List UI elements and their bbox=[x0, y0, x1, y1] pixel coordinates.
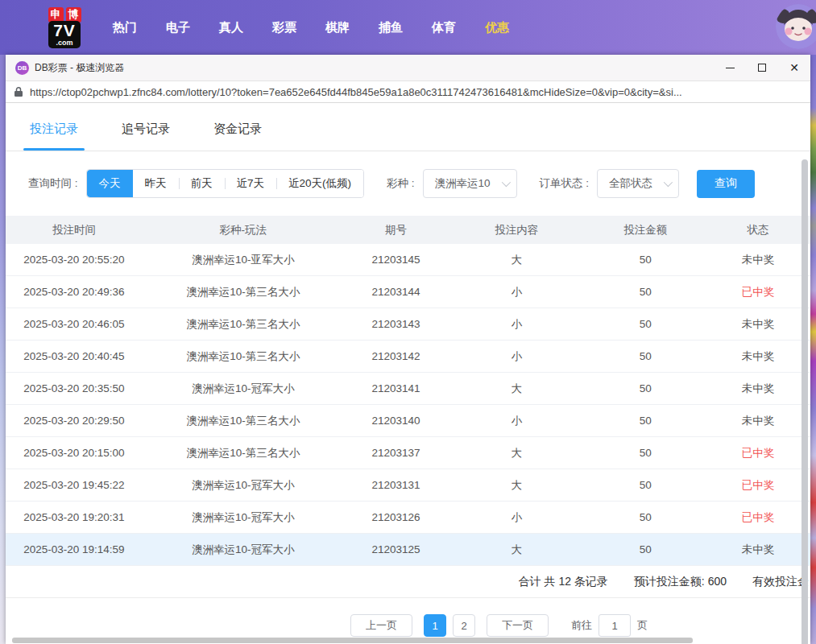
nav-item-4[interactable]: 彩票 bbox=[272, 20, 296, 35]
minimize-icon bbox=[726, 68, 735, 68]
table-cell: 50 bbox=[585, 318, 706, 330]
table-cell: 澳洲幸运10-第三名大小 bbox=[143, 446, 344, 460]
horizontal-scrollbar[interactable] bbox=[12, 638, 693, 643]
time-option-5[interactable]: 近20天(低频) bbox=[276, 170, 363, 197]
url-text[interactable]: https://ctop02pchwp1.zfnc84.com/lottery/… bbox=[30, 86, 682, 98]
table-row[interactable]: 2025-03-20 19:20:31澳洲幸运10-冠军大小21203126小5… bbox=[6, 502, 810, 534]
table-row[interactable]: 2025-03-20 19:14:59澳洲幸运10-冠军大小21203125大5… bbox=[6, 534, 810, 566]
page-button-2[interactable]: 2 bbox=[453, 614, 475, 637]
status-select-value: 全部状态 bbox=[609, 176, 652, 191]
nav-item-3[interactable]: 真人 bbox=[219, 20, 243, 35]
table-cell: 大 bbox=[448, 543, 585, 557]
table-cell: 2025-03-20 19:45:22 bbox=[6, 479, 143, 491]
table-cell: 小 bbox=[448, 414, 585, 428]
lottery-select-value: 澳洲幸运10 bbox=[435, 176, 491, 191]
table-row[interactable]: 2025-03-20 20:55:20澳洲幸运10-亚军大小21203145大5… bbox=[6, 244, 810, 276]
time-option-2[interactable]: 昨天 bbox=[133, 170, 179, 197]
minimize-button[interactable] bbox=[714, 55, 746, 80]
table-cell: 50 bbox=[585, 254, 706, 266]
chevron-down-icon bbox=[664, 178, 673, 187]
status-select[interactable]: 全部状态 bbox=[597, 169, 679, 198]
tab-1[interactable]: 投注记录 bbox=[28, 122, 80, 151]
query-button[interactable]: 查询 bbox=[697, 170, 755, 198]
table-cell: 21203145 bbox=[344, 254, 449, 266]
page-button-1[interactable]: 1 bbox=[424, 614, 446, 637]
table-cell: 21203143 bbox=[344, 318, 449, 330]
table-cell: 澳洲幸运10-第三名大小 bbox=[143, 317, 344, 332]
logo-main-text: 7V bbox=[53, 22, 76, 39]
time-option-3[interactable]: 前天 bbox=[179, 170, 225, 197]
summary-bar: 合计 共 12 条记录 预计投注金额: 600 有效投注金 bbox=[6, 566, 810, 598]
valid-amount-text: 有效投注金 bbox=[752, 575, 809, 589]
status-filter-label: 订单状态 : bbox=[540, 176, 590, 191]
logo-sub-text: .com bbox=[53, 39, 76, 47]
maximize-button[interactable] bbox=[746, 55, 778, 80]
table-cell: 21203137 bbox=[344, 447, 449, 459]
close-button[interactable]: ✕ bbox=[778, 55, 810, 80]
table-row[interactable]: 2025-03-20 20:35:50澳洲幸运10-冠军大小21203141大5… bbox=[6, 373, 810, 405]
expected-amount-text: 预计投注金额: 600 bbox=[634, 575, 727, 589]
prev-page-button[interactable]: 上一页 bbox=[350, 614, 412, 637]
time-filter-label: 查询时间 : bbox=[28, 176, 78, 191]
table-cell: 21203126 bbox=[344, 511, 449, 523]
table-cell: 澳洲幸运10-冠军大小 bbox=[143, 543, 344, 557]
table-cell: 大 bbox=[448, 382, 585, 396]
column-header: 期号 bbox=[344, 223, 449, 237]
table-cell: 小 bbox=[448, 317, 585, 332]
address-bar[interactable]: https://ctop02pchwp1.zfnc84.com/lottery/… bbox=[6, 80, 810, 103]
site-nav: 热门电子真人彩票棋牌捕鱼体育优惠 bbox=[113, 20, 509, 35]
table-cell: 澳洲幸运10-第三名大小 bbox=[143, 285, 344, 299]
table-row[interactable]: 2025-03-20 20:40:45澳洲幸运10-第三名大小21203142小… bbox=[6, 341, 810, 373]
table-row[interactable]: 2025-03-20 19:45:22澳洲幸运10-冠军大小21203131大5… bbox=[6, 469, 810, 502]
table-cell: 21203125 bbox=[344, 543, 449, 555]
next-page-button[interactable]: 下一页 bbox=[487, 614, 549, 637]
goto-page-input[interactable] bbox=[599, 614, 631, 637]
table-body: 2025-03-20 20:55:20澳洲幸运10-亚军大小21203145大5… bbox=[6, 244, 810, 566]
time-option-1[interactable]: 今天 bbox=[87, 170, 133, 197]
goto-label: 前往 bbox=[571, 618, 592, 633]
table-row[interactable]: 2025-03-20 20:29:50澳洲幸运10-第三名大小21203140小… bbox=[6, 405, 810, 437]
window-title-bar[interactable]: DB DB彩票 - 极速浏览器 ✕ bbox=[6, 55, 810, 80]
nav-item-2[interactable]: 电子 bbox=[166, 20, 190, 35]
logo-char-2: 博 bbox=[66, 7, 81, 23]
table-cell: 50 bbox=[585, 415, 706, 427]
browser-window: DB DB彩票 - 极速浏览器 ✕ https://ctop02pchwp1.z… bbox=[6, 55, 810, 644]
table-cell: 50 bbox=[585, 479, 706, 491]
page-edge-right bbox=[810, 55, 816, 644]
tab-2[interactable]: 追号记录 bbox=[120, 122, 172, 151]
logo-char-1: 申 bbox=[48, 7, 64, 23]
table-cell: 50 bbox=[585, 543, 706, 555]
nav-item-8[interactable]: 优惠 bbox=[485, 20, 509, 35]
vertical-scrollbar[interactable] bbox=[802, 159, 808, 644]
table-cell: 2025-03-20 20:35:50 bbox=[6, 382, 143, 394]
table-cell: 2025-03-20 19:20:31 bbox=[6, 511, 143, 523]
table-row[interactable]: 2025-03-20 20:15:00澳洲幸运10-第三名大小21203137大… bbox=[6, 437, 810, 469]
table-cell: 已中奖 bbox=[706, 478, 810, 493]
table-cell: 大 bbox=[448, 253, 585, 267]
nav-item-5[interactable]: 棋牌 bbox=[325, 20, 350, 35]
table-cell: 21203131 bbox=[344, 479, 449, 491]
table-row[interactable]: 2025-03-20 20:49:36澳洲幸运10-第三名大小21203144小… bbox=[6, 276, 810, 308]
table-cell: 小 bbox=[448, 510, 585, 525]
table-cell: 50 bbox=[585, 447, 706, 459]
time-option-4[interactable]: 近7天 bbox=[225, 170, 277, 197]
user-avatar[interactable] bbox=[776, 4, 816, 49]
tab-3[interactable]: 资金记录 bbox=[212, 122, 263, 151]
site-logo[interactable]: 申 博 7V .com bbox=[39, 7, 90, 48]
window-title: DB彩票 - 极速浏览器 bbox=[35, 61, 124, 75]
lottery-select[interactable]: 澳洲幸运10 bbox=[423, 169, 517, 198]
table-cell: 澳洲幸运10-冠军大小 bbox=[143, 478, 344, 493]
page-content: 投注记录追号记录资金记录 查询时间 : 今天昨天前天近7天近20天(低频) 彩种… bbox=[6, 103, 810, 644]
table-header-row: 投注时间彩种-玩法期号投注内容投注金额状态 bbox=[6, 216, 810, 244]
table-cell: 小 bbox=[448, 349, 585, 364]
bet-records-table: 投注时间彩种-玩法期号投注内容投注金额状态 2025-03-20 20:55:2… bbox=[6, 216, 810, 566]
nav-item-7[interactable]: 体育 bbox=[432, 20, 456, 35]
site-top-bar: 申 博 7V .com 热门电子真人彩票棋牌捕鱼体育优惠 bbox=[0, 0, 816, 55]
nav-item-1[interactable]: 热门 bbox=[113, 20, 137, 35]
screen: 申 博 7V .com 热门电子真人彩票棋牌捕鱼体育优惠 bbox=[0, 0, 816, 644]
nav-item-6[interactable]: 捕鱼 bbox=[379, 20, 403, 35]
table-cell: 澳洲幸运10-亚军大小 bbox=[143, 253, 344, 267]
table-cell: 2025-03-20 20:29:50 bbox=[6, 415, 143, 427]
table-row[interactable]: 2025-03-20 20:46:05澳洲幸运10-第三名大小21203143小… bbox=[6, 308, 810, 341]
goto-page: 前往 页 bbox=[571, 614, 648, 637]
